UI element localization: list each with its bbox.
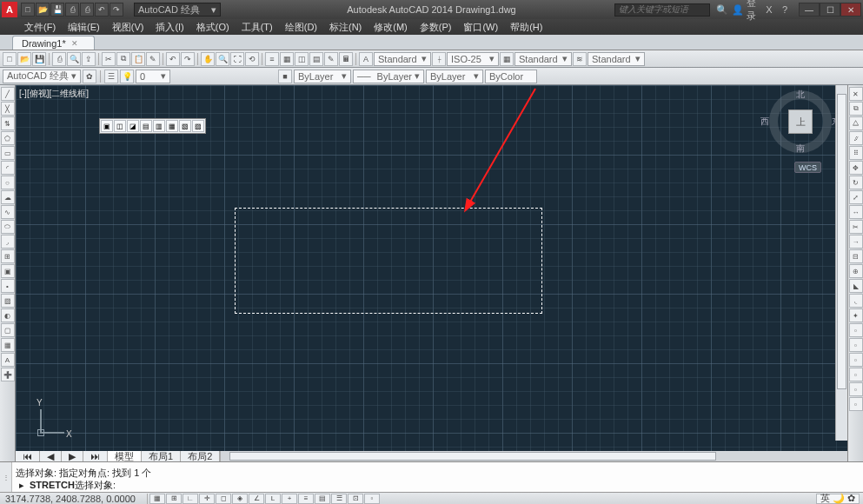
- tb-undo-icon[interactable]: ↶: [166, 52, 180, 66]
- mtext-icon[interactable]: A: [1, 353, 15, 367]
- workspace-dd2[interactable]: AutoCAD 经典▾: [3, 70, 81, 83]
- color-swatch-icon[interactable]: ■: [278, 70, 292, 83]
- otrack-toggle[interactable]: ∠: [249, 494, 264, 504]
- ortho-toggle[interactable]: ∟: [183, 494, 198, 504]
- chamfer-icon[interactable]: ◣: [849, 279, 863, 293]
- sc-toggle[interactable]: ⊡: [348, 494, 363, 504]
- plotstyle-dropdown[interactable]: ByColor: [485, 70, 537, 83]
- tool2-icon[interactable]: ▫: [849, 338, 863, 352]
- layer-on-icon[interactable]: 💡: [120, 70, 134, 83]
- qat-redo-icon[interactable]: ↷: [110, 3, 123, 17]
- signin-label[interactable]: 登录: [747, 3, 760, 17]
- view-cube[interactable]: 上 北 南 东 西: [769, 90, 832, 153]
- vp-icon[interactable]: ▥: [153, 120, 165, 132]
- menu-draw[interactable]: 绘图(D): [280, 20, 322, 35]
- maximize-button[interactable]: ☐: [820, 3, 840, 17]
- gradient-icon[interactable]: ◐: [1, 308, 15, 322]
- revcloud-icon[interactable]: ☁: [1, 190, 15, 204]
- menu-dimension[interactable]: 标注(N): [324, 20, 367, 35]
- ducs-toggle[interactable]: L: [265, 494, 281, 504]
- menu-file[interactable]: 文件(F): [19, 20, 61, 35]
- command-history[interactable]: 选择对象: 指定对角点: 找到 1 个 ▸ STRETCH 选择对象:: [12, 462, 863, 492]
- table-icon[interactable]: ▦: [1, 338, 15, 352]
- horizontal-scrollbar[interactable]: [220, 451, 847, 461]
- xline-icon[interactable]: ╳: [1, 102, 15, 116]
- help-search-input[interactable]: 键入关键字或短语: [614, 3, 710, 17]
- vp-icon[interactable]: ▦: [166, 120, 178, 132]
- tool1-icon[interactable]: ▫: [849, 323, 863, 337]
- tb-props-icon[interactable]: ≡: [265, 52, 279, 66]
- help-icon[interactable]: ?: [778, 3, 792, 17]
- tool6-icon[interactable]: ▫: [849, 397, 863, 411]
- spline-icon[interactable]: ∿: [1, 205, 15, 219]
- tb-textstyle-icon[interactable]: A: [359, 52, 373, 66]
- ime-indicator[interactable]: 英 🌙 ✿: [816, 494, 860, 504]
- tb-redo-icon[interactable]: ↷: [181, 52, 195, 66]
- menu-parametric[interactable]: 参数(P): [415, 20, 457, 35]
- ellipse-icon[interactable]: ⬭: [1, 220, 15, 234]
- hatch-icon[interactable]: ▨: [1, 294, 15, 308]
- tb-publish-icon[interactable]: ⇪: [82, 52, 96, 66]
- qat-saveas-icon[interactable]: ⎙: [65, 3, 79, 17]
- tb-ssm-icon[interactable]: ▤: [309, 52, 323, 66]
- dyn-toggle[interactable]: +: [282, 494, 297, 504]
- exchange-icon[interactable]: X: [762, 3, 776, 17]
- rotate-icon[interactable]: ↻: [849, 176, 863, 189]
- trim-icon[interactable]: ✂: [849, 220, 863, 234]
- line-icon[interactable]: ╱: [1, 87, 15, 101]
- pline-icon[interactable]: ⇅: [1, 116, 15, 130]
- tb-zoomwin-icon[interactable]: ⛶: [230, 52, 244, 66]
- copy-icon[interactable]: ⧉: [849, 102, 863, 116]
- menu-modify[interactable]: 修改(M): [368, 20, 413, 35]
- move-icon[interactable]: ✥: [849, 161, 863, 175]
- qat-save-icon[interactable]: 💾: [50, 3, 64, 17]
- tb-markup-icon[interactable]: ✎: [324, 52, 338, 66]
- dim-style-dropdown[interactable]: ISO-25▾: [447, 52, 499, 66]
- gear-icon[interactable]: ✿: [83, 70, 96, 83]
- ml-style-dropdown[interactable]: Standard▾: [588, 52, 645, 66]
- wcs-badge[interactable]: WCS: [794, 162, 821, 173]
- menu-tools[interactable]: 工具(T): [236, 20, 278, 35]
- region-icon[interactable]: ▢: [1, 323, 15, 337]
- menu-window[interactable]: 窗口(W): [458, 20, 503, 35]
- tool4-icon[interactable]: ▫: [849, 368, 863, 381]
- tpy-toggle[interactable]: ▤: [315, 494, 330, 504]
- tb-copy-icon[interactable]: ⧉: [116, 52, 130, 66]
- close-button[interactable]: ✕: [840, 3, 861, 17]
- tb-tp-icon[interactable]: ◫: [295, 52, 309, 66]
- circle-icon[interactable]: ○: [1, 176, 15, 189]
- app-logo[interactable]: A: [2, 2, 17, 17]
- drawing-canvas[interactable]: /*generated below by loop*/ [-][俯视][二维线框…: [16, 85, 847, 451]
- grid-toggle[interactable]: ⊞: [166, 494, 182, 504]
- layout-tab-model[interactable]: 模型: [108, 451, 142, 461]
- block-icon[interactable]: ▣: [1, 264, 15, 278]
- tb-mlstyle-icon[interactable]: ≋: [573, 52, 587, 66]
- ellipsearc-icon[interactable]: ◞: [1, 235, 15, 249]
- tb-save-icon[interactable]: 💾: [32, 52, 46, 66]
- viewport-label[interactable]: [-][俯视][二维线框]: [19, 88, 89, 100]
- extend-icon[interactable]: →: [849, 235, 863, 249]
- vp-icon[interactable]: ◫: [114, 120, 126, 132]
- tool3-icon[interactable]: ▫: [849, 353, 863, 367]
- layout-nav-next[interactable]: ▶: [62, 451, 83, 461]
- tb-zoom-icon[interactable]: 🔍: [216, 52, 229, 66]
- text-style-dropdown[interactable]: Standard▾: [374, 52, 431, 66]
- arc-icon[interactable]: ◜: [1, 161, 15, 175]
- table-style-dropdown[interactable]: Standard▾: [514, 52, 572, 66]
- menu-insert[interactable]: 插入(I): [150, 20, 189, 35]
- menu-view[interactable]: 视图(V): [107, 20, 149, 35]
- vp-icon[interactable]: ▨: [192, 120, 204, 132]
- join-icon[interactable]: ⊕: [849, 264, 863, 278]
- lineweight-dropdown[interactable]: ByLayer▾: [426, 70, 483, 83]
- minimize-button[interactable]: —: [799, 3, 820, 17]
- qat-undo-icon[interactable]: ↶: [95, 3, 109, 17]
- tool5-icon[interactable]: ▫: [849, 382, 863, 396]
- array-icon[interactable]: ⠿: [849, 146, 863, 160]
- vp-icon[interactable]: ▤: [140, 120, 152, 132]
- tb-cut-icon[interactable]: ✂: [102, 52, 116, 66]
- tb-preview-icon[interactable]: 🔍: [67, 52, 81, 66]
- point-icon[interactable]: •: [1, 279, 15, 293]
- addsel-icon[interactable]: ➕: [1, 368, 15, 381]
- layer-props-icon[interactable]: ☰: [104, 70, 118, 83]
- polar-toggle[interactable]: ✛: [199, 494, 215, 504]
